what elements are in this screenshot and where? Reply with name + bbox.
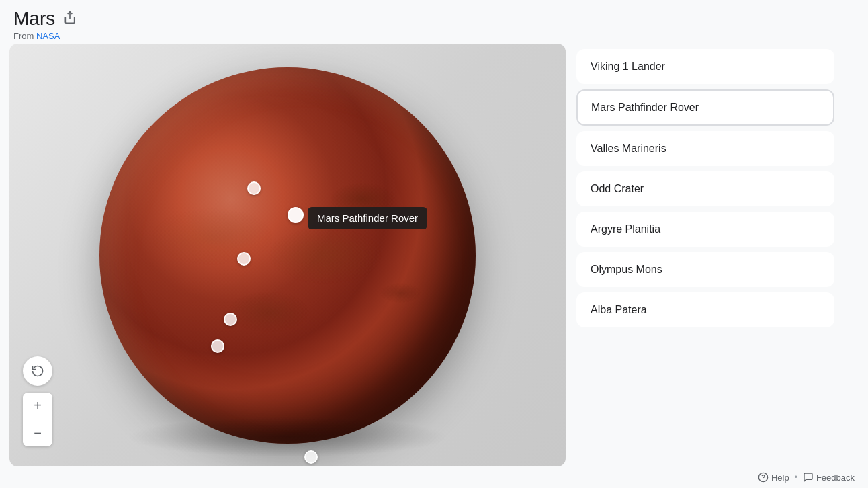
location-item-loc5[interactable]: Argyre Planitia (576, 212, 834, 247)
location-item-loc3[interactable]: Valles Marineris (576, 131, 834, 166)
hotspot-argyre[interactable] (211, 339, 224, 353)
hotspot-viking-lander[interactable] (247, 181, 261, 195)
feedback-icon (803, 472, 814, 483)
location-item-label: Odd Crater (591, 183, 644, 194)
feedback-label: Feedback (816, 473, 855, 483)
help-icon (758, 472, 769, 483)
nasa-link[interactable]: NASA (36, 31, 60, 41)
page-title: Mars (13, 8, 55, 30)
location-item-label: Alba Patera (591, 304, 647, 315)
zoom-out-button[interactable]: − (23, 419, 52, 446)
help-label: Help (771, 473, 789, 483)
footer-separator: • (795, 473, 797, 482)
location-item-label: Valles Marineris (591, 143, 666, 154)
location-item-label: Mars Pathfinder Rover (591, 101, 699, 113)
location-item-label: Viking 1 Lander (591, 60, 665, 72)
location-item-loc2[interactable]: Mars Pathfinder Rover (576, 89, 834, 126)
mars-planet (99, 67, 476, 444)
zoom-controls: + − (23, 393, 52, 446)
location-list: Viking 1 LanderMars Pathfinder RoverVall… (566, 44, 848, 466)
location-item-label: Olympus Mons (591, 263, 662, 275)
footer: Help • Feedback (0, 466, 868, 488)
header-title-row: Mars (13, 8, 855, 30)
share-button[interactable] (62, 11, 78, 27)
header-subtitle: From NASA (13, 31, 855, 41)
location-item-label: Argyre Planitia (591, 223, 660, 235)
share-icon (63, 11, 77, 24)
feedback-button[interactable]: Feedback (803, 472, 855, 483)
mars-shadow (126, 417, 449, 457)
location-item-loc6[interactable]: Olympus Mons (576, 252, 834, 287)
mars-planet-container: Mars Pathfinder Rover (93, 60, 482, 450)
reset-button[interactable] (23, 356, 52, 386)
reset-icon (31, 364, 44, 378)
location-item-loc4[interactable]: Odd Crater (576, 171, 834, 206)
hotspot-pathfinder[interactable] (288, 207, 304, 223)
location-item-loc7[interactable]: Alba Patera (576, 292, 834, 327)
help-button[interactable]: Help (758, 472, 789, 483)
main-content: Mars Pathfinder Rover + − Viking 1 (0, 44, 868, 466)
location-item-loc1[interactable]: Viking 1 Lander (576, 49, 834, 84)
hotspot-valles[interactable] (237, 252, 251, 266)
zoom-in-button[interactable]: + (23, 393, 52, 419)
header: Mars From NASA (0, 0, 868, 44)
mars-viewer[interactable]: Mars Pathfinder Rover + − (9, 44, 566, 466)
hotspot-olympus[interactable] (304, 450, 318, 464)
hotspot-odd-crater[interactable] (224, 313, 237, 326)
